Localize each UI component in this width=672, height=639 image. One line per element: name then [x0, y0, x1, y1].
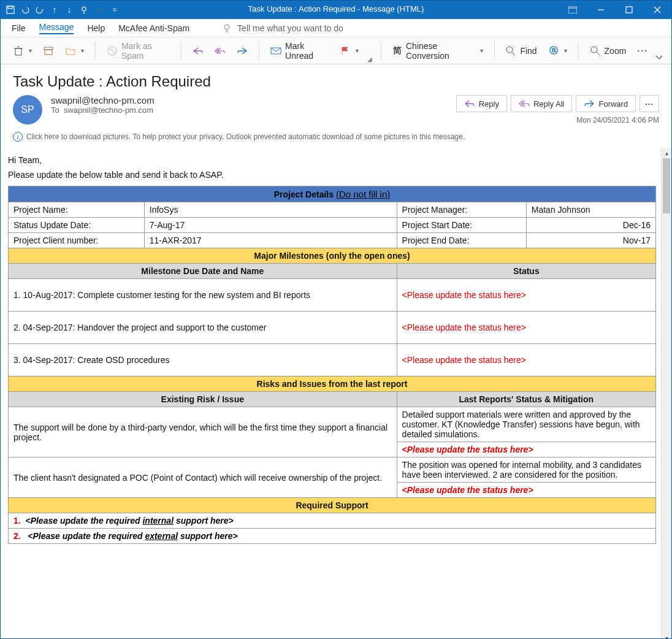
- reply-ribbon-button[interactable]: [189, 43, 207, 59]
- proj-name-value: InfoSys: [144, 202, 397, 218]
- reply-arrow-icon: [193, 45, 204, 56]
- menu-help[interactable]: Help: [87, 23, 105, 33]
- project-section-header: Project Details (Do not fill in): [9, 186, 656, 202]
- ribbon-mode-icon[interactable]: [559, 1, 587, 19]
- menu-file[interactable]: File: [12, 23, 26, 33]
- save-icon[interactable]: [6, 5, 15, 15]
- scroll-down-icon[interactable]: ▾: [662, 633, 671, 639]
- table-row: 3. 04-Sep-2017: Create OSD procedures <P…: [9, 344, 656, 377]
- down-arrow-icon[interactable]: ↓: [64, 5, 74, 15]
- to-label: To: [51, 105, 59, 115]
- folder-move-icon: [65, 45, 76, 56]
- timestamp: Mon 24/05/2021 4:06 PM: [576, 116, 659, 124]
- tell-me-text: Tell me what you want to do: [237, 23, 343, 33]
- vertical-scrollbar[interactable]: ▴ ▾: [661, 148, 671, 639]
- maximize-icon[interactable]: [615, 1, 643, 19]
- forward-label: Forward: [598, 99, 628, 109]
- svg-rect-2: [568, 6, 577, 13]
- client-num-label: Project Client number:: [9, 233, 145, 248]
- avatar: SP: [13, 95, 42, 124]
- delete-button[interactable]: ▾: [9, 43, 36, 59]
- milestone-col1: Milestone Due Date and Name: [9, 264, 397, 279]
- svg-point-19: [506, 47, 513, 53]
- scroll-thumb[interactable]: [663, 158, 670, 213]
- reply-arrow-icon: [464, 98, 475, 109]
- zoom-icon: [590, 45, 601, 56]
- find-button[interactable]: Find: [502, 43, 540, 59]
- qat-overflow-icon[interactable]: =: [110, 5, 120, 15]
- dialog-launcher-icon[interactable]: ◢: [366, 56, 373, 64]
- chinese-conversion-button[interactable]: 简Chinese Conversion▾: [389, 39, 487, 63]
- reply-label: Reply: [479, 99, 499, 109]
- milestone-col2: Status: [397, 264, 655, 279]
- status-date-value: 7-Aug-17: [144, 218, 397, 233]
- end-date-label: Project End Date:: [397, 233, 526, 248]
- archive-icon: [43, 45, 54, 56]
- menu-mcafee[interactable]: McAfee Anti-Spam: [118, 23, 189, 33]
- forward-arrow-icon: [237, 45, 248, 56]
- minimize-icon[interactable]: [587, 1, 615, 19]
- privacy-bar[interactable]: i Click here to download pictures. To he…: [13, 129, 659, 144]
- redo-icon[interactable]: [35, 5, 45, 15]
- privacy-text: Click here to download pictures. To help…: [26, 132, 465, 141]
- qat-dropdown-icon[interactable]: ▾: [95, 5, 105, 15]
- start-date-label: Project Start Date:: [397, 218, 526, 233]
- message-subject: Task Update : Action Required: [13, 73, 659, 90]
- reply-all-button[interactable]: Reply All: [511, 95, 573, 112]
- reply-button[interactable]: Reply: [456, 95, 507, 112]
- support-row-1: 1. <Please update the required internal …: [9, 513, 656, 529]
- trash-icon: [13, 45, 24, 56]
- up-arrow-icon[interactable]: ↑: [50, 5, 59, 15]
- support-row-2: 2. <Please update the required external …: [9, 529, 656, 544]
- move-button[interactable]: ▾: [61, 43, 88, 59]
- forward-button[interactable]: Forward: [576, 95, 636, 112]
- proj-mgr-label: Project Manager:: [397, 202, 526, 218]
- translate-button[interactable]: ⓐ▾: [544, 43, 571, 59]
- message-header: Task Update : Action Required SP swapnil…: [1, 64, 671, 148]
- tell-me[interactable]: Tell me what you want to do: [221, 23, 343, 34]
- attach-icon[interactable]: ⚲: [79, 5, 89, 15]
- risk-col2: Last Reports' Status & Mitigation: [397, 392, 655, 407]
- menu-message[interactable]: Message: [39, 22, 74, 34]
- scroll-up-icon[interactable]: ▴: [662, 148, 671, 158]
- close-icon[interactable]: [643, 1, 671, 19]
- status-date-label: Status Update Date:: [9, 218, 145, 233]
- reply-all-label: Reply All: [533, 99, 565, 109]
- mark-unread-label: Mark Unread: [285, 41, 329, 61]
- mark-spam-button[interactable]: Mark as Spam: [103, 39, 174, 63]
- svg-point-21: [591, 47, 597, 53]
- svg-point-8: [224, 25, 229, 29]
- archive-button[interactable]: [39, 43, 58, 59]
- milestones-section-header: Major Milestones (only the open ones): [9, 248, 656, 264]
- sender-email: swapnil@techno-pm.com: [51, 95, 448, 105]
- info-icon: i: [13, 132, 23, 142]
- more-commands-button[interactable]: ···: [633, 44, 652, 58]
- spam-icon: [107, 45, 118, 56]
- find-label: Find: [520, 46, 536, 56]
- to-recipients: swapnil@techno-pm.com: [64, 105, 153, 115]
- mark-unread-button[interactable]: Mark Unread: [267, 39, 332, 63]
- proj-name-label: Project Name:: [9, 202, 145, 218]
- flag-button[interactable]: ▾: [336, 43, 362, 59]
- message-body: Hi Team, Please update the below table a…: [1, 148, 661, 639]
- titlebar: ↑ ↓ ⚲ ▾ = Task Update : Action Required …: [1, 1, 671, 19]
- forward-ribbon-button[interactable]: [233, 43, 251, 59]
- table-row: 2. 04-Sep-2017: Handover the project and…: [9, 312, 656, 344]
- chinese-icon: 简: [392, 45, 402, 56]
- collapse-ribbon-icon[interactable]: [655, 52, 663, 64]
- svg-line-20: [512, 52, 515, 55]
- svg-rect-5: [626, 7, 632, 13]
- body-line1: Please update the below table and send i…: [8, 170, 656, 180]
- table-row: The support will be done by a third-part…: [9, 407, 656, 442]
- svg-rect-15: [45, 50, 52, 55]
- risk-col1: Existing Risk / Issue: [9, 392, 397, 407]
- project-table: Project Details (Do not fill in) Project…: [8, 186, 656, 544]
- undo-icon[interactable]: [20, 5, 30, 15]
- more-actions-button[interactable]: ···: [640, 95, 659, 112]
- reply-all-ribbon-button[interactable]: [211, 43, 229, 59]
- svg-rect-11: [15, 48, 21, 55]
- table-row: 1. <Please update the required internal …: [9, 513, 656, 529]
- zoom-button[interactable]: Zoom: [586, 43, 630, 59]
- svg-rect-1: [8, 6, 12, 9]
- table-row: 2. <Please update the required external …: [9, 529, 656, 544]
